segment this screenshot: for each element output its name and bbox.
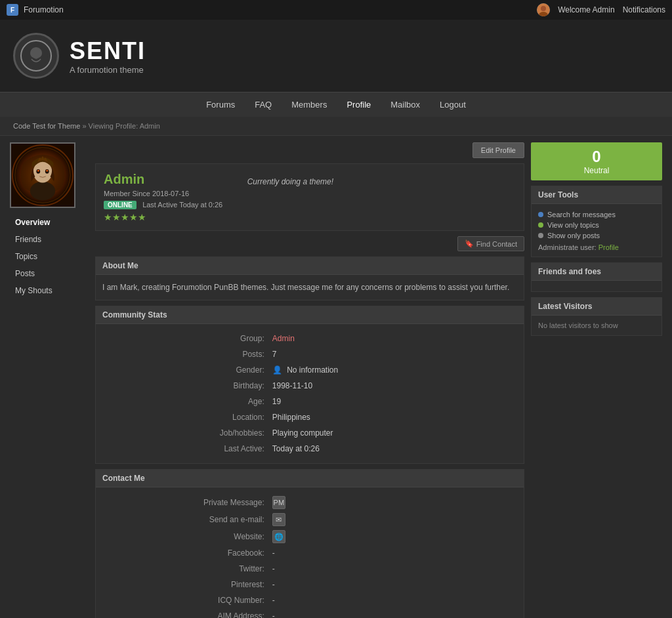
member-since: Member Since 2018-07-16 xyxy=(104,190,236,197)
tool-search-messages[interactable]: Search for messages xyxy=(538,209,655,220)
latest-visitors-section: Latest Visitors No latest visitors to sh… xyxy=(531,297,662,336)
contact-me-header: Contact Me xyxy=(96,470,524,487)
stats-value: Admin xyxy=(268,331,517,346)
stats-label: Job/hobbies: xyxy=(102,425,268,441)
table-row: Private Message: PM xyxy=(102,494,517,511)
site-header: SENTI A forumotion theme xyxy=(0,20,672,92)
main-nav: Forums FAQ Members Profile Mailbox Logou… xyxy=(0,92,672,117)
svg-point-11 xyxy=(37,170,39,172)
site-tagline: A forumotion theme xyxy=(70,65,146,75)
profile-name: Admin xyxy=(104,172,236,187)
friends-foes-section: Friends and foes xyxy=(531,262,662,292)
gender-icon: 👤 xyxy=(272,365,282,375)
topbar: F Forumotion Welcome Admin Notifications xyxy=(0,0,672,20)
friends-foes-header: Friends and foes xyxy=(532,263,662,281)
table-row: ICQ Number: - xyxy=(102,592,517,608)
search-messages-icon xyxy=(538,212,543,217)
contact-value: - xyxy=(268,608,517,618)
table-row: AIM Address: - xyxy=(102,608,517,618)
status-row: ONLINE Last Active Today at 0:26 xyxy=(104,200,236,209)
admin-profile-anchor[interactable]: Profile xyxy=(598,243,619,251)
profile-info: Admin Member Since 2018-07-16 ONLINE Las… xyxy=(104,172,236,222)
nav-forums[interactable]: Forums xyxy=(206,100,235,110)
profile-content: Edit Profile Admin Member Since 2018-07-… xyxy=(95,142,524,618)
sidebar-item-my-shouts[interactable]: My Shouts xyxy=(10,283,89,299)
website-icon[interactable]: 🌐 xyxy=(272,530,285,543)
no-visitors-text: No latest visitors to show xyxy=(538,321,618,329)
nav-faq[interactable]: FAQ xyxy=(255,100,272,110)
stats-table: Group: Admin Posts: 7 Gender: 👤 No infor… xyxy=(102,331,517,457)
contact-value: PM xyxy=(268,494,517,511)
admin-avatar xyxy=(537,3,550,16)
community-stats-section: Community Stats Group: Admin Posts: 7 Ge… xyxy=(95,306,524,464)
svg-point-12 xyxy=(46,170,48,172)
nav-members[interactable]: Members xyxy=(291,100,327,110)
table-row: Job/hobbies: Playing computer xyxy=(102,425,517,441)
breadcrumb-current: Viewing Profile: Admin xyxy=(89,122,160,130)
topbar-right: Welcome Admin Notifications xyxy=(537,3,665,16)
contact-label: Twitter: xyxy=(102,561,268,577)
table-row: Pinterest: - xyxy=(102,577,517,592)
community-stats-body: Group: Admin Posts: 7 Gender: 👤 No infor… xyxy=(96,324,524,463)
right-sidebar: 0 Neutral User Tools Search for messages… xyxy=(531,142,662,618)
sidebar-item-topics[interactable]: Topics xyxy=(10,249,89,264)
table-row: Gender: 👤 No information xyxy=(102,362,517,378)
notifications-link[interactable]: Notifications xyxy=(623,5,665,14)
edit-profile-button[interactable]: Edit Profile xyxy=(472,142,524,158)
tool-show-posts[interactable]: Show only posts xyxy=(538,230,655,241)
admin-profile-link: Administrate user: Profile xyxy=(538,243,655,251)
last-active: Last Active Today at 0:26 xyxy=(142,201,222,209)
breadcrumb-separator: » xyxy=(82,122,86,130)
contact-me-body: Private Message: PM Send an e-mail: ✉ We… xyxy=(96,487,524,618)
contact-label: Website: xyxy=(102,528,268,545)
table-row: Send an e-mail: ✉ xyxy=(102,511,517,528)
stats-label: Location: xyxy=(102,409,268,425)
about-me-header: About Me xyxy=(96,257,524,275)
table-row: Facebook: - xyxy=(102,545,517,561)
sidebar-item-overview[interactable]: Overview xyxy=(10,215,89,230)
table-row: Age: 19 xyxy=(102,394,517,409)
email-icon[interactable]: ✉ xyxy=(272,513,285,526)
forumotion-logo-icon: F xyxy=(7,4,18,16)
table-row: Group: Admin xyxy=(102,331,517,346)
contact-label: ICQ Number: xyxy=(102,592,268,608)
sidebar-nav: Overview Friends Topics Posts My Shouts xyxy=(10,215,89,299)
reputation-box: 0 Neutral xyxy=(531,142,662,180)
stats-label: Birthday: xyxy=(102,378,268,394)
breadcrumb: Code Test for Theme » Viewing Profile: A… xyxy=(0,117,672,136)
profile-avatar xyxy=(10,142,75,208)
contact-value: 🌐 xyxy=(268,528,517,545)
stats-label: Age: xyxy=(102,394,268,409)
nav-logout[interactable]: Logout xyxy=(440,100,466,110)
table-row: Website: 🌐 xyxy=(102,528,517,545)
contact-label: Facebook: xyxy=(102,545,268,561)
welcome-text: Welcome Admin xyxy=(558,5,614,14)
stats-label: Posts: xyxy=(102,346,268,362)
find-contact-row: 🔖 Find Contact xyxy=(95,236,524,251)
sidebar-item-posts[interactable]: Posts xyxy=(10,266,89,281)
sidebar-item-friends[interactable]: Friends xyxy=(10,232,89,247)
site-logo xyxy=(13,33,59,79)
table-row: Twitter: - xyxy=(102,561,517,577)
main-content: Overview Friends Topics Posts My Shouts … xyxy=(0,136,672,618)
latest-visitors-body: No latest visitors to show xyxy=(532,316,662,335)
view-topics-icon xyxy=(538,222,543,228)
contact-value: - xyxy=(268,592,517,608)
find-contact-button[interactable]: 🔖 Find Contact xyxy=(457,236,524,251)
user-tools-body: Search for messages View only topics Sho… xyxy=(532,204,662,257)
community-stats-header: Community Stats xyxy=(96,306,524,324)
rep-number: 0 xyxy=(536,148,657,166)
group-link[interactable]: Admin xyxy=(272,334,295,343)
find-contact-icon: 🔖 xyxy=(465,239,474,248)
contact-label: Pinterest: xyxy=(102,577,268,592)
stats-value: 7 xyxy=(268,346,517,362)
nav-profile[interactable]: Profile xyxy=(346,100,371,110)
stats-value: Philippines xyxy=(268,409,517,425)
nav-mailbox[interactable]: Mailbox xyxy=(390,100,420,110)
online-badge: ONLINE xyxy=(104,201,136,209)
friends-foes-body xyxy=(532,281,662,291)
breadcrumb-home[interactable]: Code Test for Theme xyxy=(13,122,80,130)
tool-view-topics[interactable]: View only topics xyxy=(538,220,655,230)
latest-visitors-header: Latest Visitors xyxy=(532,298,662,316)
pm-icon[interactable]: PM xyxy=(272,496,285,509)
